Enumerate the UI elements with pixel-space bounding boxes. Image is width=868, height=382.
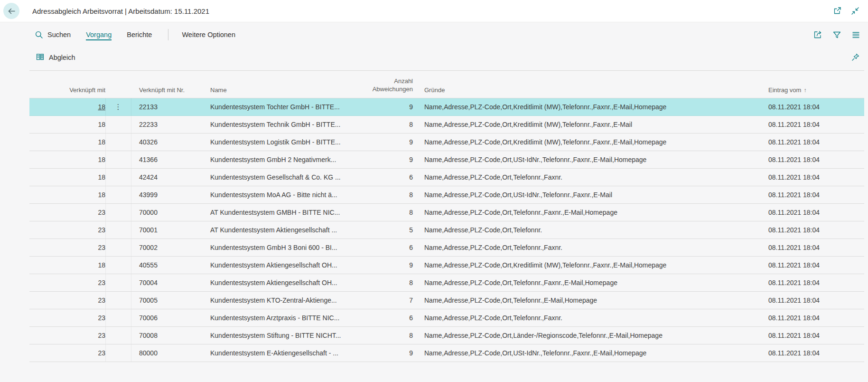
name-cell: Kundentestsystem Aktiengesellschaft OH..… <box>205 261 352 269</box>
anzahl-abweichungen-cell: 9 <box>352 103 414 111</box>
action-bar: Suchen Vorgang Berichte Weitere Optionen <box>0 22 868 44</box>
verknuepft-mit-link[interactable]: 23 <box>98 296 105 304</box>
column-header-verknuepft-mit[interactable]: Verknüpft mit <box>29 86 105 94</box>
verknuepft-mit-nr-cell: 22233 <box>131 121 205 128</box>
table-row[interactable]: 18 ⋮ 22233 Kundentestsystem Technik GmbH… <box>29 116 864 134</box>
table-row[interactable]: 23 ⋮ 70008 Kundentestsystem Stiftung - B… <box>29 327 864 344</box>
name-cell: Kundentestsystem Stiftung - BITTE NICHT.… <box>205 332 352 339</box>
column-header-verknuepft-mit-nr[interactable]: Verknüpft mit Nr. <box>131 86 205 94</box>
name-cell: Kundentestsystem Arztpraxis - BITTE NIC.… <box>205 314 352 322</box>
gruende-cell: Name,Adresse,PLZ-Code,Ort,Länder-/Region… <box>414 332 764 339</box>
gruende-cell: Name,Adresse,PLZ-Code,Ort,Kreditlimit (M… <box>414 261 764 269</box>
back-button[interactable] <box>3 3 19 19</box>
table-row[interactable]: 23 ⋮ 70004 Kundentestsystem Aktiengesell… <box>29 274 864 292</box>
menu-vorgang[interactable]: Vorgang <box>86 31 112 40</box>
collapse-icon[interactable] <box>851 7 859 15</box>
verknuepft-mit-nr-cell: 70005 <box>131 296 205 304</box>
verknuepft-mit-nr-cell: 22133 <box>131 103 205 111</box>
anzahl-abweichungen-cell: 8 <box>352 279 414 286</box>
verknuepft-mit-link[interactable]: 18 <box>98 138 105 146</box>
verknuepft-mit-link[interactable]: 23 <box>98 332 105 339</box>
verknuepft-mit-link[interactable]: 18 <box>98 156 105 163</box>
pin-icon[interactable] <box>851 53 860 62</box>
name-cell: Kundentestsystem Logistik GmbH - BITTE..… <box>205 138 352 146</box>
column-header-anzahl-abweichungen[interactable]: Anzahl Abweichungen <box>352 77 414 94</box>
verknuepft-mit-link[interactable]: 18 <box>98 261 105 269</box>
column-header-gruende[interactable]: Gründe <box>414 86 764 94</box>
table-body: 18 ⋮ 22133 Kundentestsystem Tochter GmbH… <box>29 98 864 362</box>
verknuepft-mit-nr-cell: 43999 <box>131 191 205 199</box>
abgleich-action[interactable]: Abgleich <box>36 53 75 62</box>
verknuepft-mit-link[interactable]: 18 <box>98 103 105 111</box>
table-row[interactable]: 18 ⋮ 40326 Kundentestsystem Logistik Gmb… <box>29 134 864 151</box>
menu-weitere-optionen[interactable]: Weitere Optionen <box>182 31 235 38</box>
table-row[interactable]: 23 ⋮ 70000 AT Kundentestsystem GMBH - BI… <box>29 204 864 221</box>
table-row[interactable]: 18 ⋮ 43999 Kundentestsystem MoA AG - Bit… <box>29 186 864 204</box>
eintrag-vom-cell: 08.11.2021 18:04 <box>764 173 864 181</box>
eintrag-vom-cell: 08.11.2021 18:04 <box>764 121 864 128</box>
verknuepft-mit-nr-cell: 40326 <box>131 138 205 146</box>
column-header-name[interactable]: Name <box>205 86 352 94</box>
name-cell: Kundentestsystem E-Aktiengesellschaft - … <box>205 349 352 357</box>
verknuepft-mit-link[interactable]: 18 <box>98 173 105 181</box>
table-header-row: Verknüpft mit Verknüpft mit Nr. Name Anz… <box>29 71 864 98</box>
gruende-cell: Name,Adresse,PLZ-Code,Ort,USt-IdNr.,Tele… <box>414 191 764 199</box>
verknuepft-mit-nr-cell: 70000 <box>131 209 205 216</box>
verknuepft-mit-nr-cell: 80000 <box>131 349 205 357</box>
verknuepft-mit-link[interactable]: 23 <box>98 226 105 234</box>
compare-lists-icon <box>36 53 45 62</box>
verknuepft-mit-nr-cell: 42424 <box>131 173 205 181</box>
verknuepft-mit-nr-cell: 41366 <box>131 156 205 163</box>
eintrag-vom-cell: 08.11.2021 18:04 <box>764 314 864 322</box>
eintrag-vom-cell: 08.11.2021 18:04 <box>764 244 864 251</box>
table-row[interactable]: 18 ⋮ 40555 Kundentestsystem Aktiengesell… <box>29 257 864 274</box>
eintrag-vom-cell: 08.11.2021 18:04 <box>764 138 864 146</box>
name-cell: Kundentestsystem Technik GmbH - BITTE... <box>205 121 352 128</box>
anzahl-abweichungen-cell: 9 <box>352 156 414 163</box>
table-row[interactable]: 18 ⋮ 22133 Kundentestsystem Tochter GmbH… <box>29 98 864 116</box>
verknuepft-mit-link[interactable]: 23 <box>98 209 105 216</box>
gruende-cell: Name,Adresse,PLZ-Code,Ort,USt-IdNr.,Tele… <box>414 156 764 163</box>
anzahl-abweichungen-cell: 6 <box>352 173 414 181</box>
name-cell: Kundentestsystem GmbH 3 Boni 600 - BI... <box>205 244 352 251</box>
anzahl-abweichungen-cell: 8 <box>352 332 414 339</box>
share-icon[interactable] <box>813 30 822 39</box>
menu-berichte[interactable]: Berichte <box>127 31 152 38</box>
anzahl-abweichungen-cell: 9 <box>352 138 414 146</box>
table-row[interactable]: 23 ⋮ 70001 AT Kundentestsystem Aktienges… <box>29 221 864 239</box>
search-icon <box>35 30 43 39</box>
verknuepft-mit-link[interactable]: 23 <box>98 314 105 322</box>
verknuepft-mit-nr-cell: 70004 <box>131 279 205 286</box>
row-context-menu-icon[interactable]: ⋮ <box>115 103 122 111</box>
page-title: Adressabgleich Arbeitsvorrat | Arbeitsda… <box>32 7 209 15</box>
verknuepft-mit-link[interactable]: 18 <box>98 191 105 199</box>
column-header-eintrag-vom[interactable]: Eintrag vom ↑ <box>764 86 864 94</box>
gruende-cell: Name,Adresse,PLZ-Code,Ort,Telefonnr.,Fax… <box>414 314 764 322</box>
search-label: Suchen <box>47 31 71 38</box>
search-action[interactable]: Suchen <box>35 30 71 39</box>
verknuepft-mit-link[interactable]: 23 <box>98 279 105 286</box>
gruende-cell: Name,Adresse,PLZ-Code,Ort,Telefonnr.,Fax… <box>414 173 764 181</box>
verknuepft-mit-link[interactable]: 23 <box>98 349 105 357</box>
open-in-new-window-icon[interactable] <box>833 7 841 15</box>
table-row[interactable]: 18 ⋮ 41366 Kundentestsystem GmbH 2 Negat… <box>29 151 864 169</box>
gruende-cell: Name,Adresse,PLZ-Code,Ort,Telefonnr.,Fax… <box>414 209 764 216</box>
filter-icon[interactable] <box>832 30 841 39</box>
table-row[interactable]: 23 ⋮ 80000 Kundentestsystem E-Aktiengese… <box>29 344 864 362</box>
table-row[interactable]: 23 ⋮ 70002 Kundentestsystem GmbH 3 Boni … <box>29 239 864 257</box>
verknuepft-mit-link[interactable]: 23 <box>98 244 105 251</box>
eintrag-vom-cell: 08.11.2021 18:04 <box>764 279 864 286</box>
anzahl-abweichungen-cell: 9 <box>352 349 414 357</box>
name-cell: Kundentestsystem Aktiengesellschaft OH..… <box>205 279 352 286</box>
page-header: Adressabgleich Arbeitsvorrat | Arbeitsda… <box>0 0 868 22</box>
table-row[interactable]: 18 ⋮ 42424 Kundentestsystem Gesellschaft… <box>29 169 864 186</box>
table-row[interactable]: 23 ⋮ 70005 Kundentestsystem KTO-Zentral-… <box>29 292 864 309</box>
table-row[interactable]: 23 ⋮ 70006 Kundentestsystem Arztpraxis -… <box>29 309 864 327</box>
name-cell: Kundentestsystem Tochter GmbH - BITTE... <box>205 103 352 111</box>
show-list-icon[interactable] <box>851 30 860 39</box>
verknuepft-mit-link[interactable]: 18 <box>98 121 105 128</box>
eintrag-vom-cell: 08.11.2021 18:04 <box>764 349 864 357</box>
anzahl-abweichungen-cell: 6 <box>352 314 414 322</box>
command-bar: Abgleich <box>0 44 868 70</box>
verknuepft-mit-nr-cell: 70001 <box>131 226 205 234</box>
